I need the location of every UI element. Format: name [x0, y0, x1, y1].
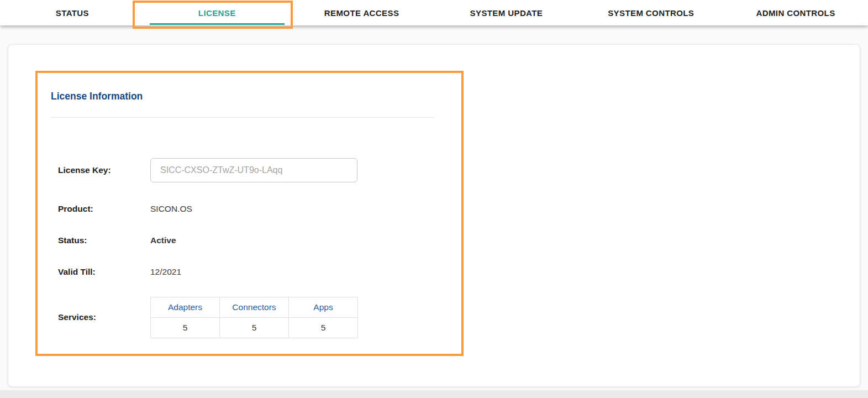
title-divider: [51, 117, 434, 118]
page-bottom-strip: [0, 390, 868, 398]
status-label: Status:: [58, 235, 150, 245]
tab-status-label: STATUS: [56, 8, 89, 18]
section-title: License Information: [51, 91, 143, 102]
product-value: SICON.OS: [150, 204, 192, 214]
product-row: Product: SICON.OS: [58, 203, 192, 215]
services-label: Services:: [58, 312, 150, 322]
tab-remote-access-label: REMOTE ACCESS: [324, 8, 399, 18]
tab-system-controls-label: SYSTEM CONTROLS: [608, 8, 694, 18]
valid-till-row: Valid Till: 12/2021: [58, 266, 181, 278]
tab-license[interactable]: LICENSE: [145, 0, 290, 25]
license-card: License Information License Key: Product…: [8, 44, 860, 387]
valid-till-label: Valid Till:: [58, 267, 150, 277]
services-value-connectors: 5: [220, 317, 289, 338]
services-col-adapters: Adapters: [151, 297, 220, 317]
tab-system-update[interactable]: SYSTEM UPDATE: [434, 0, 578, 25]
top-tab-bar: STATUS LICENSE REMOTE ACCESS SYSTEM UPDA…: [0, 0, 868, 25]
valid-till-value: 12/2021: [150, 267, 181, 277]
tab-system-controls[interactable]: SYSTEM CONTROLS: [578, 0, 723, 25]
status-row: Status: Active: [58, 234, 176, 247]
tab-license-label: LICENSE: [198, 8, 236, 18]
services-col-apps: Apps: [289, 297, 358, 317]
license-key-input[interactable]: [150, 158, 357, 182]
tab-system-update-label: SYSTEM UPDATE: [470, 8, 543, 18]
tab-admin-controls-label: ADMIN CONTROLS: [756, 8, 835, 18]
services-row: Services: Adapters Connectors Apps 5 5 5: [58, 297, 358, 338]
license-key-label: License Key:: [58, 165, 150, 175]
services-value-row: 5 5 5: [151, 317, 358, 338]
services-col-connectors: Connectors: [220, 297, 289, 317]
tab-status[interactable]: STATUS: [0, 0, 145, 25]
services-value-apps: 5: [289, 317, 358, 338]
tab-admin-controls[interactable]: ADMIN CONTROLS: [723, 0, 868, 25]
services-value-adapters: 5: [151, 317, 220, 338]
product-label: Product:: [58, 204, 150, 214]
status-value: Active: [150, 235, 176, 245]
services-header-row: Adapters Connectors Apps: [151, 297, 358, 317]
license-key-row: License Key:: [58, 158, 357, 182]
services-table: Adapters Connectors Apps 5 5 5: [150, 297, 358, 338]
tab-remote-access[interactable]: REMOTE ACCESS: [290, 0, 434, 25]
